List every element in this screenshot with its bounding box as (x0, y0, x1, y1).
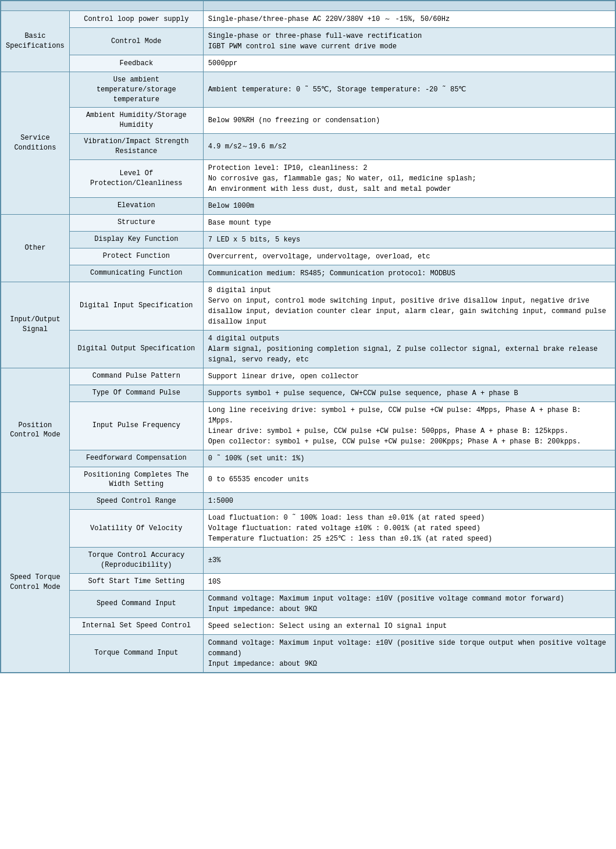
subcategory-cell: Elevation (69, 197, 203, 214)
table-row: Control ModeSingle-phase or three-phase … (1, 28, 615, 55)
subcategory-cell: Torque Control Accuracy (Reproducibility… (69, 548, 203, 574)
table-row: Communicating FunctionCommunication medi… (1, 265, 615, 282)
value-cell: Support linear drive, open collector (203, 368, 615, 385)
value-cell: Base mount type (203, 214, 615, 231)
subcategory-cell: Control Mode (69, 28, 203, 55)
subcategory-cell: Positioning Completes The Width Setting (69, 467, 203, 493)
value-cell: Speed selection: Select using an externa… (203, 617, 615, 634)
table-row: ElevationBelow 1000m (1, 197, 615, 214)
table-row: Feedback5000ppr (1, 55, 615, 72)
category-cell: Input/Output Signal (1, 282, 70, 368)
value-cell: Below 1000m (203, 197, 615, 214)
value-cell: 0 ˜ 100% (set unit: 1%) (203, 450, 615, 467)
subcategory-cell: Internal Set Speed Control (69, 617, 203, 634)
table-row: Protect FunctionOvercurrent, overvoltage… (1, 248, 615, 265)
subcategory-cell: Soft Start Time Setting (69, 573, 203, 590)
subcategory-cell: Vibration/Impact Strength Resistance (69, 133, 203, 159)
subcategory-cell: Ambient Humidity/Storage Humidity (69, 108, 203, 134)
subcategory-cell: Structure (69, 214, 203, 231)
header-item (1, 1, 204, 11)
table-row: Volatility Of VelocityLoad fluctuation: … (1, 510, 615, 548)
main-table-container: Basic SpecificationsControl loop power s… (0, 0, 616, 673)
value-cell: Below 90%RH (no freezing or condensation… (203, 108, 615, 134)
header-series (203, 1, 615, 11)
value-cell: 8 digital inputServo on input, control m… (203, 282, 615, 330)
subcategory-cell: Communicating Function (69, 265, 203, 282)
table-row: Speed Command InputCommand voltage: Maxi… (1, 590, 615, 617)
value-cell: 0 to 65535 encoder units (203, 467, 615, 493)
subcategory-cell: Digital Output Specification (69, 330, 203, 368)
subcategory-cell: Speed Control Range (69, 493, 203, 510)
value-cell: Command voltage: Maximum input voltage: … (203, 590, 615, 617)
table-row: Soft Start Time Setting10S (1, 573, 615, 590)
value-cell: Ambient temperature: 0 ˜ 55℃, Storage te… (203, 72, 615, 108)
category-cell: Service Conditions (1, 72, 70, 215)
category-cell: Other (1, 214, 70, 282)
subcategory-cell: Display Key Function (69, 231, 203, 248)
subcategory-cell: Type Of Command Pulse (69, 385, 203, 402)
table-row: Type Of Command PulseSupports symbol + p… (1, 385, 615, 402)
value-cell: Load fluctuation: 0 ˜ 100% load: less th… (203, 510, 615, 548)
value-cell: 4.9 m/s2～19.6 m/s2 (203, 133, 615, 159)
subcategory-cell: Digital Input Specification (69, 282, 203, 330)
value-cell: Communication medium: RS485; Communicati… (203, 265, 615, 282)
value-cell: Protection level: IP10, cleanliness: 2No… (203, 159, 615, 197)
subcategory-cell: Level Of Protection/Cleanliness (69, 159, 203, 197)
table-row: OtherStructureBase mount type (1, 214, 615, 231)
table-row: Digital Output Specification4 digital ou… (1, 330, 615, 368)
table-row: Positioning Completes The Width Setting0… (1, 467, 615, 493)
table-row: Vibration/Impact Strength Resistance4.9 … (1, 133, 615, 159)
table-row: Feedforward Compensation0 ˜ 100% (set un… (1, 450, 615, 467)
subcategory-cell: Control loop power supply (69, 11, 203, 28)
table-row: Internal Set Speed ControlSpeed selectio… (1, 617, 615, 634)
value-cell: Overcurrent, overvoltage, undervoltage, … (203, 248, 615, 265)
table-row: Service ConditionsUse ambient temperatur… (1, 72, 615, 108)
subcategory-cell: Feedforward Compensation (69, 450, 203, 467)
value-cell: 10S (203, 573, 615, 590)
value-cell: 5000ppr (203, 55, 615, 72)
table-row: Input/Output SignalDigital Input Specifi… (1, 282, 615, 330)
table-row: Ambient Humidity/Storage HumidityBelow 9… (1, 108, 615, 134)
table-row: Level Of Protection/CleanlinessProtectio… (1, 159, 615, 197)
table-row: Input Pulse FrequencyLong line receiving… (1, 402, 615, 450)
value-cell: ±3% (203, 548, 615, 574)
value-cell: Long line receiving drive: symbol + puls… (203, 402, 615, 450)
value-cell: Single-phase or three-phase full-wave re… (203, 28, 615, 55)
table-row: Torque Control Accuracy (Reproducibility… (1, 548, 615, 574)
spec-table: Basic SpecificationsControl loop power s… (1, 1, 615, 673)
subcategory-cell: Torque Command Input (69, 634, 203, 672)
subcategory-cell: Use ambient temperature/storage temperat… (69, 72, 203, 108)
value-cell: Command voltage: Maximum input voltage: … (203, 634, 615, 672)
value-cell: 1:5000 (203, 493, 615, 510)
value-cell: 7 LED x 5 bits, 5 keys (203, 231, 615, 248)
table-row: Torque Command InputCommand voltage: Max… (1, 634, 615, 672)
value-cell: Single-phase/three-phase AC 220V/380V +1… (203, 11, 615, 28)
subcategory-cell: Feedback (69, 55, 203, 72)
subcategory-cell: Command Pulse Pattern (69, 368, 203, 385)
table-header (1, 1, 615, 11)
subcategory-cell: Speed Command Input (69, 590, 203, 617)
table-row: Display Key Function7 LED x 5 bits, 5 ke… (1, 231, 615, 248)
subcategory-cell: Protect Function (69, 248, 203, 265)
subcategory-cell: Volatility Of Velocity (69, 510, 203, 548)
subcategory-cell: Input Pulse Frequency (69, 402, 203, 450)
value-cell: 4 digital outputsAlarm signal, positioni… (203, 330, 615, 368)
table-row: Basic SpecificationsControl loop power s… (1, 11, 615, 28)
category-cell: Basic Specifications (1, 11, 70, 72)
table-row: Speed Torque Control ModeSpeed Control R… (1, 493, 615, 510)
table-row: Position Control ModeCommand Pulse Patte… (1, 368, 615, 385)
category-cell: Position Control Mode (1, 368, 70, 493)
category-cell: Speed Torque Control Mode (1, 493, 70, 673)
value-cell: Supports symbol + pulse sequence, CW+CCW… (203, 385, 615, 402)
